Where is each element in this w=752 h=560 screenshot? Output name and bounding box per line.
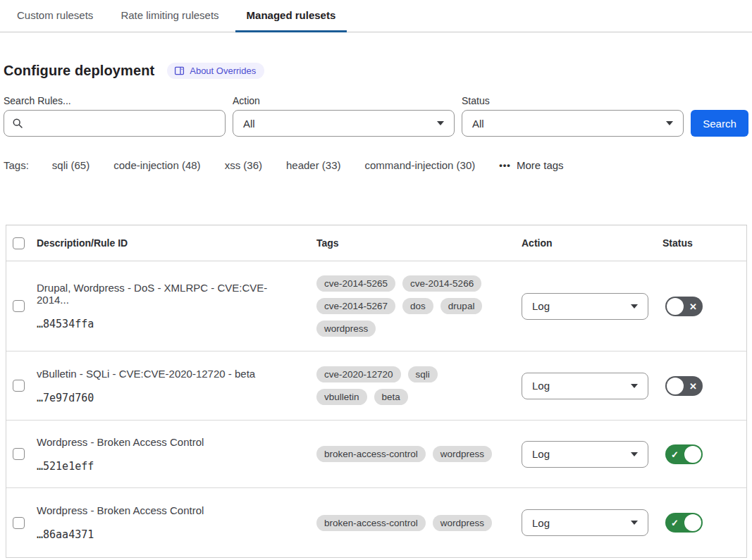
tab-rate-limiting-rulesets[interactable]: Rate limiting rulesets	[109, 8, 230, 32]
status-toggle-off[interactable]: ✕	[665, 297, 703, 316]
row-action-value: Log	[532, 448, 550, 460]
rule-id: …7e97d760	[37, 392, 300, 404]
tag-pill: cve-2014-5266	[402, 275, 481, 292]
rule-description: vBulletin - SQLi - CVE:CVE-2020-12720 - …	[37, 368, 300, 380]
tag-pill: dos	[402, 298, 433, 314]
tag-filter-code-injection[interactable]: code-injection (48)	[113, 159, 200, 171]
about-overrides-label: About Overrides	[190, 66, 256, 76]
status-filter-select[interactable]: All	[462, 110, 684, 137]
tag-pill: wordpress	[433, 446, 492, 462]
column-header-description: Description/Rule ID	[37, 237, 316, 249]
row-action-select[interactable]: Log	[522, 293, 648, 320]
rule-description: Drupal, Wordpress - DoS - XMLRPC - CVE:C…	[37, 282, 300, 306]
row-action-value: Log	[532, 300, 550, 312]
select-all-checkbox[interactable]	[13, 237, 25, 249]
tag-pill: cve-2020-12720	[316, 366, 401, 382]
row-action-value: Log	[532, 517, 550, 529]
cross-icon: ✕	[689, 381, 697, 390]
tag-pill: drupal	[440, 298, 483, 314]
ruleset-tabbar: Custom rulesets Rate limiting rulesets M…	[0, 0, 752, 32]
table-row: Drupal, Wordpress - DoS - XMLRPC - CVE:C…	[6, 261, 746, 351]
table-row: Wordpress - Broken Access Control …86aa4…	[6, 488, 746, 557]
tab-custom-rulesets[interactable]: Custom rulesets	[6, 8, 104, 32]
status-filter-value: All	[472, 118, 484, 130]
status-toggle-on[interactable]: ✓	[665, 513, 703, 533]
check-icon: ✓	[671, 518, 679, 528]
tag-pill: broken-access-control	[316, 515, 426, 531]
tag-filter-xss[interactable]: xss (36)	[225, 159, 262, 171]
rule-description: Wordpress - Broken Access Control	[37, 436, 300, 448]
tag-pill: vbulletin	[316, 389, 367, 405]
tab-managed-rulesets[interactable]: Managed rulesets	[235, 8, 347, 32]
search-rules-input[interactable]	[4, 110, 226, 137]
tag-pill: wordpress	[433, 515, 492, 531]
more-tags-button[interactable]: ••• More tags	[499, 159, 563, 171]
table-row: vBulletin - SQLi - CVE:CVE-2020-12720 - …	[6, 351, 746, 421]
ellipsis-icon: •••	[499, 160, 511, 170]
action-filter-label: Action	[233, 95, 455, 106]
column-header-status: Status	[662, 237, 746, 249]
search-button[interactable]: Search	[691, 110, 748, 137]
row-action-select[interactable]: Log	[522, 441, 648, 468]
column-header-tags: Tags	[316, 237, 522, 249]
chevron-down-icon	[666, 121, 673, 125]
rule-id: …84534ffa	[37, 318, 300, 330]
cross-icon: ✕	[689, 301, 697, 311]
action-filter-value: All	[243, 118, 255, 130]
row-checkbox[interactable]	[13, 448, 25, 460]
tag-pill: cve-2014-5265	[316, 275, 395, 292]
rule-id: …521e1eff	[37, 460, 300, 473]
row-action-value: Log	[532, 380, 550, 392]
toggle-knob	[667, 378, 684, 394]
status-filter-label: Status	[462, 95, 684, 106]
action-filter-select[interactable]: All	[233, 110, 455, 137]
status-toggle-off[interactable]: ✕	[665, 376, 703, 396]
tag-pill: broken-access-control	[316, 446, 426, 462]
toggle-knob	[684, 446, 701, 463]
tag-pill: cve-2014-5267	[316, 298, 395, 314]
column-header-action: Action	[522, 237, 662, 249]
tag-pill: sqli	[408, 366, 438, 382]
check-icon: ✓	[671, 449, 679, 459]
row-action-select[interactable]: Log	[522, 509, 648, 536]
book-icon	[174, 66, 185, 76]
tags-label: Tags:	[4, 159, 29, 171]
status-toggle-on[interactable]: ✓	[665, 444, 703, 464]
row-action-select[interactable]: Log	[522, 373, 648, 399]
search-rules-label: Search Rules...	[4, 95, 226, 106]
page-title: Configure deployment	[4, 63, 154, 79]
tag-pill: beta	[374, 389, 408, 405]
row-checkbox[interactable]	[13, 300, 25, 312]
chevron-down-icon	[437, 121, 444, 125]
table-row: Wordpress - Broken Access Control …521e1…	[6, 421, 746, 488]
toggle-knob	[684, 514, 701, 531]
chevron-down-icon	[631, 384, 638, 388]
more-tags-label: More tags	[517, 159, 564, 171]
table-header: Description/Rule ID Tags Action Status	[6, 225, 746, 261]
rule-description: Wordpress - Broken Access Control	[37, 504, 300, 516]
tags-bar: Tags: sqli (65) code-injection (48) xss …	[4, 159, 748, 171]
row-checkbox[interactable]	[13, 517, 25, 529]
tag-pill: wordpress	[316, 321, 376, 337]
toggle-knob	[667, 298, 684, 315]
chevron-down-icon	[631, 521, 638, 525]
heading-row: Configure deployment About Overrides	[4, 63, 748, 79]
row-checkbox[interactable]	[13, 380, 25, 392]
rules-table: Description/Rule ID Tags Action Status D…	[6, 225, 747, 558]
chevron-down-icon	[631, 452, 638, 456]
about-overrides-badge[interactable]: About Overrides	[167, 63, 264, 79]
rule-id: …86aa4371	[37, 528, 300, 541]
tag-filter-command-injection[interactable]: command-injection (30)	[365, 159, 476, 171]
filters-row: Search Rules... Action All Status All	[4, 95, 748, 137]
search-icon	[12, 118, 23, 129]
tag-filter-sqli[interactable]: sqli (65)	[52, 159, 90, 171]
chevron-down-icon	[631, 304, 638, 309]
tag-filter-header[interactable]: header (33)	[286, 159, 341, 171]
